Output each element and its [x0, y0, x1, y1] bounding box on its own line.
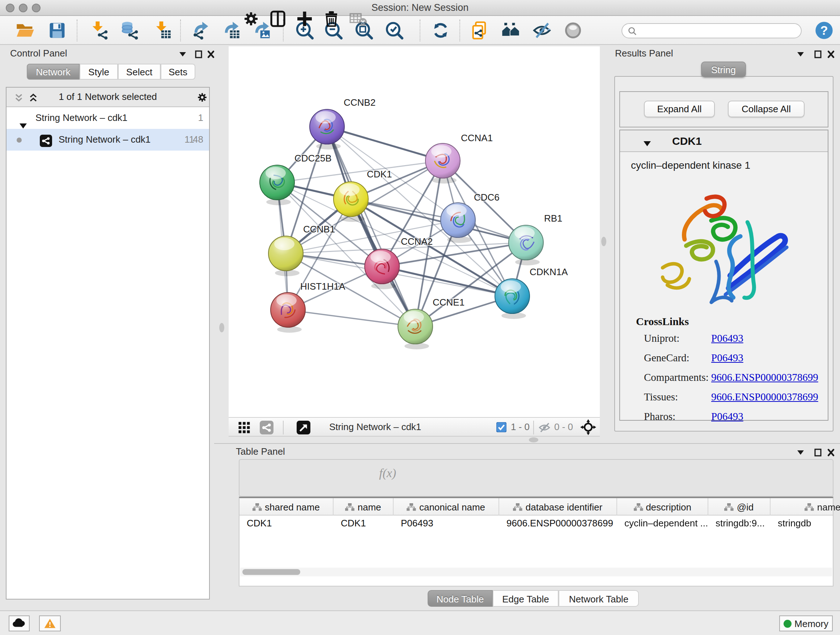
selected-checkbox-icon[interactable]: [496, 422, 507, 432]
column-header-label: database identifier: [526, 501, 603, 512]
crosslink-link[interactable]: P06493: [711, 352, 744, 364]
import-table-file-icon[interactable]: [152, 20, 172, 41]
crosslink-link[interactable]: 9606.ENSP00000378699: [711, 371, 818, 384]
protein-structure-image: [636, 178, 802, 316]
network-list-gear-icon[interactable]: [196, 91, 208, 103]
export-table-icon[interactable]: [221, 20, 242, 41]
tree-expander-icon[interactable]: [19, 115, 27, 121]
show-all-eye-icon[interactable]: [563, 20, 583, 41]
right-splitter-handle[interactable]: [601, 237, 606, 246]
node-HIST1H1A[interactable]: HIST1H1A: [271, 281, 346, 333]
control-panel-close-icon[interactable]: [206, 50, 216, 59]
table-panel-float-icon[interactable]: [796, 448, 805, 457]
table-panel-undock-icon[interactable]: [813, 448, 823, 457]
first-neighbors-icon[interactable]: [501, 20, 521, 41]
node-CCNE1[interactable]: CCNE1: [398, 297, 464, 349]
network-collection-row[interactable]: String Network – cdk1 1: [6, 107, 209, 129]
open-session-icon[interactable]: [15, 20, 35, 41]
node-CDC6[interactable]: CDC6: [441, 192, 500, 243]
import-network-database-icon[interactable]: [118, 20, 139, 41]
crosslink-link[interactable]: 9606.ENSP00000378699: [711, 391, 818, 403]
table-panel-divider[interactable]: [214, 443, 840, 444]
column-header-database-identifier[interactable]: database identifier: [499, 498, 617, 516]
gene-name: CDK1: [672, 135, 702, 147]
tab-string[interactable]: String: [701, 62, 746, 78]
control-panel-undock-icon[interactable]: [194, 50, 203, 59]
results-panel-close-icon[interactable]: [826, 50, 836, 59]
table-cell[interactable]: CDK1: [240, 516, 333, 532]
table-cell[interactable]: 9606.ENSP00000378699: [499, 516, 617, 532]
table-cell[interactable]: stringdb: [771, 516, 840, 532]
warning-button[interactable]: [39, 616, 61, 631]
table-cell[interactable]: stringdb:9...: [708, 516, 771, 532]
gene-section-header[interactable]: CDK1: [620, 130, 828, 152]
table-delete-table-icon: [349, 10, 368, 28]
expand-all-button[interactable]: Expand All: [644, 101, 715, 117]
memory-button[interactable]: Memory: [779, 616, 833, 631]
tab-edge-table[interactable]: Edge Table: [493, 590, 559, 607]
tab-select[interactable]: Select: [118, 64, 161, 80]
cloud-button[interactable]: [9, 616, 30, 631]
table-cell[interactable]: cyclin–dependent ...: [617, 516, 708, 532]
table-gear-icon[interactable]: [242, 10, 261, 28]
network-view-icon[interactable]: [260, 421, 273, 434]
column-header-shared-name[interactable]: shared name: [240, 498, 333, 516]
edge-CCNB2-CCNE1[interactable]: [327, 127, 415, 326]
tab-node-table[interactable]: Node Table: [428, 590, 493, 607]
gene-section: CDK1 cyclin–dependent kinase 1 CrossL: [619, 130, 829, 421]
tab-sets[interactable]: Sets: [161, 64, 195, 80]
column-type-icon: [805, 503, 814, 511]
table-cell[interactable]: P06493: [393, 516, 499, 532]
control-panel-float-icon[interactable]: [178, 50, 187, 59]
zoom-selected-icon[interactable]: [384, 20, 404, 41]
column-header-name[interactable]: name: [333, 498, 393, 516]
table-columns-icon[interactable]: [268, 10, 287, 28]
clone-network-icon[interactable]: [470, 20, 490, 41]
search-input[interactable]: [622, 23, 802, 38]
results-panel-undock-icon[interactable]: [813, 50, 823, 59]
collapse-all-button[interactable]: Collapse All: [728, 101, 805, 117]
column-type-icon: [725, 503, 734, 511]
export-network-icon[interactable]: [191, 20, 211, 41]
table-delete-icon[interactable]: [322, 10, 341, 28]
tab-network[interactable]: Network: [27, 64, 80, 80]
node-RB1[interactable]: RB1: [508, 213, 562, 265]
birds-eye-view-icon[interactable]: [297, 421, 310, 434]
table-add-icon[interactable]: [295, 10, 314, 28]
grid-view-icon[interactable]: [238, 421, 250, 434]
scrollbar-thumb[interactable]: [242, 569, 300, 575]
edge-CCNA2-CDKN1A[interactable]: [382, 266, 512, 296]
table-panel-close-icon[interactable]: [826, 448, 836, 457]
crosslink-link[interactable]: P06493: [711, 410, 744, 423]
save-session-icon[interactable]: [47, 20, 67, 41]
node-CCNB1[interactable]: CCNB1: [268, 224, 335, 276]
network-row[interactable]: String Network – cdk1 11 48: [6, 129, 209, 150]
tab-network-table[interactable]: Network Table: [559, 590, 639, 607]
column-header-canonical-name[interactable]: canonical name: [393, 498, 499, 516]
column-header-namespace[interactable]: namespace: [771, 498, 840, 516]
table-cell[interactable]: CDK1: [333, 516, 393, 532]
column-header-description[interactable]: description: [617, 498, 708, 516]
network-graph[interactable]: CCNB2CCNA1CDC25BCDK1CDC6RB1CCNB1CCNA2CDK…: [229, 46, 600, 417]
help-icon[interactable]: ?: [814, 20, 834, 41]
import-network-file-icon[interactable]: [88, 20, 109, 41]
table-horizontal-scrollbar[interactable]: [240, 568, 832, 576]
fit-selected-crosshair-icon[interactable]: [580, 419, 596, 435]
viewbar-separator: [283, 421, 284, 434]
hide-selected-eye-slash-icon[interactable]: [532, 20, 552, 41]
update-refresh-icon[interactable]: [431, 20, 451, 41]
tab-style[interactable]: Style: [80, 64, 118, 80]
bottom-splitter-handle[interactable]: [529, 437, 538, 442]
crosslink-link[interactable]: P06493: [711, 333, 744, 345]
section-expander-icon[interactable]: [643, 138, 651, 145]
edge-CCNB2-CCNA1[interactable]: [327, 127, 443, 161]
column-header--id[interactable]: @id: [708, 498, 771, 516]
node-CDKN1A[interactable]: CDKN1A: [495, 266, 568, 319]
network-canvas[interactable]: CCNB2CCNA1CDC25BCDK1CDC6RB1CCNB1CCNA2CDK…: [229, 46, 600, 417]
edge-CCNE1-HIST1H1A[interactable]: [288, 310, 415, 326]
left-splitter-handle[interactable]: [219, 323, 224, 333]
results-panel-float-icon[interactable]: [796, 50, 805, 59]
node-label-RB1: RB1: [544, 213, 562, 224]
node-label-CCNE1: CCNE1: [433, 297, 464, 308]
window-titlebar: Session: New Session: [0, 0, 840, 16]
